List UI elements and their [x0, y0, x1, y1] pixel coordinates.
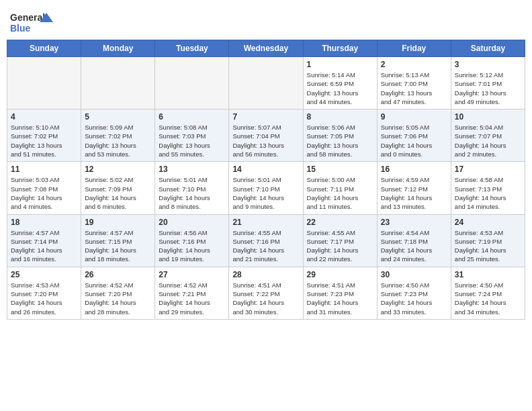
svg-text:General: General: [10, 12, 45, 23]
day-info: Sunrise: 5:14 AM Sunset: 6:59 PM Dayligh…: [307, 71, 373, 106]
day-header-sunday: Sunday: [7, 40, 81, 57]
day-number: 20: [159, 218, 225, 227]
day-info: Sunrise: 4:51 AM Sunset: 7:22 PM Dayligh…: [232, 281, 299, 316]
day-info: Sunrise: 5:04 AM Sunset: 7:07 PM Dayligh…: [455, 123, 521, 158]
day-info: Sunrise: 5:01 AM Sunset: 7:10 PM Dayligh…: [232, 175, 299, 211]
day-info: Sunrise: 4:53 AM Sunset: 7:19 PM Dayligh…: [455, 228, 521, 264]
day-number: 8: [307, 112, 373, 122]
day-info: Sunrise: 5:06 AM Sunset: 7:05 PM Dayligh…: [307, 123, 373, 158]
day-number: 18: [11, 218, 77, 227]
calendar-cell: 7Sunrise: 5:07 AM Sunset: 7:04 PM Daylig…: [229, 109, 303, 162]
day-info: Sunrise: 4:52 AM Sunset: 7:21 PM Dayligh…: [159, 281, 225, 316]
day-info: Sunrise: 5:13 AM Sunset: 7:00 PM Dayligh…: [381, 71, 447, 106]
calendar-cell: 10Sunrise: 5:04 AM Sunset: 7:07 PM Dayli…: [451, 109, 525, 162]
day-header-wednesday: Wednesday: [229, 40, 303, 57]
day-info: Sunrise: 4:57 AM Sunset: 7:15 PM Dayligh…: [85, 228, 151, 264]
day-header-tuesday: Tuesday: [155, 40, 229, 57]
day-number: 13: [159, 165, 225, 174]
day-number: 6: [159, 112, 225, 122]
day-header-friday: Friday: [377, 40, 451, 57]
day-number: 17: [455, 165, 521, 174]
calendar-cell: 12Sunrise: 5:02 AM Sunset: 7:09 PM Dayli…: [81, 162, 155, 214]
calendar-cell: 27Sunrise: 4:52 AM Sunset: 7:21 PM Dayli…: [155, 267, 229, 319]
day-info: Sunrise: 5:05 AM Sunset: 7:06 PM Dayligh…: [381, 123, 447, 158]
calendar-cell: 8Sunrise: 5:06 AM Sunset: 7:05 PM Daylig…: [303, 109, 377, 162]
day-info: Sunrise: 5:01 AM Sunset: 7:10 PM Dayligh…: [159, 175, 225, 211]
page-header: GeneralBlue: [7, 7, 525, 34]
calendar-cell: 26Sunrise: 4:52 AM Sunset: 7:20 PM Dayli…: [81, 267, 155, 319]
calendar-cell: 28Sunrise: 4:51 AM Sunset: 7:22 PM Dayli…: [229, 267, 303, 319]
calendar-cell: 20Sunrise: 4:56 AM Sunset: 7:16 PM Dayli…: [155, 214, 229, 267]
calendar-cell: 13Sunrise: 5:01 AM Sunset: 7:10 PM Dayli…: [155, 162, 229, 214]
day-info: Sunrise: 4:58 AM Sunset: 7:13 PM Dayligh…: [455, 175, 521, 211]
day-number: 1: [307, 60, 373, 69]
day-number: 25: [11, 270, 77, 279]
day-info: Sunrise: 4:57 AM Sunset: 7:14 PM Dayligh…: [11, 228, 77, 264]
day-info: Sunrise: 5:10 AM Sunset: 7:02 PM Dayligh…: [11, 123, 77, 158]
calendar-cell: 14Sunrise: 5:01 AM Sunset: 7:10 PM Dayli…: [229, 162, 303, 214]
calendar-cell: 2Sunrise: 5:13 AM Sunset: 7:00 PM Daylig…: [377, 57, 451, 109]
day-number: 3: [455, 60, 521, 69]
calendar-cell: [229, 57, 303, 109]
calendar-table: SundayMondayTuesdayWednesdayThursdayFrid…: [7, 40, 525, 320]
day-info: Sunrise: 5:03 AM Sunset: 7:08 PM Dayligh…: [11, 175, 77, 211]
calendar-cell: 29Sunrise: 4:51 AM Sunset: 7:23 PM Dayli…: [303, 267, 377, 319]
day-number: 15: [307, 165, 373, 174]
calendar-cell: 15Sunrise: 5:00 AM Sunset: 7:11 PM Dayli…: [303, 162, 377, 214]
day-number: 4: [11, 112, 77, 122]
day-info: Sunrise: 5:00 AM Sunset: 7:11 PM Dayligh…: [307, 175, 373, 211]
day-number: 26: [85, 270, 151, 279]
calendar-cell: 31Sunrise: 4:50 AM Sunset: 7:24 PM Dayli…: [451, 267, 525, 319]
day-number: 23: [381, 218, 447, 227]
day-number: 30: [381, 270, 447, 279]
calendar-cell: 21Sunrise: 4:55 AM Sunset: 7:16 PM Dayli…: [229, 214, 303, 267]
day-info: Sunrise: 4:56 AM Sunset: 7:16 PM Dayligh…: [159, 228, 225, 264]
day-info: Sunrise: 4:50 AM Sunset: 7:23 PM Dayligh…: [381, 281, 447, 316]
day-info: Sunrise: 4:54 AM Sunset: 7:18 PM Dayligh…: [381, 228, 447, 264]
day-info: Sunrise: 4:55 AM Sunset: 7:17 PM Dayligh…: [307, 228, 373, 264]
day-info: Sunrise: 4:52 AM Sunset: 7:20 PM Dayligh…: [85, 281, 151, 316]
calendar-cell: [7, 57, 81, 109]
calendar-cell: 22Sunrise: 4:55 AM Sunset: 7:17 PM Dayli…: [303, 214, 377, 267]
day-number: 28: [232, 270, 299, 279]
day-number: 29: [307, 270, 373, 279]
day-number: 16: [381, 165, 447, 174]
day-info: Sunrise: 4:59 AM Sunset: 7:12 PM Dayligh…: [381, 175, 447, 211]
calendar-cell: 3Sunrise: 5:12 AM Sunset: 7:01 PM Daylig…: [451, 57, 525, 109]
day-number: 21: [232, 218, 299, 227]
day-number: 24: [455, 218, 521, 227]
day-number: 19: [85, 218, 151, 227]
day-number: 5: [85, 112, 151, 122]
day-number: 31: [455, 270, 521, 279]
day-info: Sunrise: 4:50 AM Sunset: 7:24 PM Dayligh…: [455, 281, 521, 316]
week-row-2: 4Sunrise: 5:10 AM Sunset: 7:02 PM Daylig…: [7, 109, 525, 162]
calendar-cell: 19Sunrise: 4:57 AM Sunset: 7:15 PM Dayli…: [81, 214, 155, 267]
day-number: 22: [307, 218, 373, 227]
day-header-monday: Monday: [81, 40, 155, 57]
day-info: Sunrise: 4:51 AM Sunset: 7:23 PM Dayligh…: [307, 281, 373, 316]
week-row-1: 1Sunrise: 5:14 AM Sunset: 6:59 PM Daylig…: [7, 57, 525, 109]
calendar-cell: 9Sunrise: 5:05 AM Sunset: 7:06 PM Daylig…: [377, 109, 451, 162]
day-number: 27: [159, 270, 225, 279]
calendar-cell: 24Sunrise: 4:53 AM Sunset: 7:19 PM Dayli…: [451, 214, 525, 267]
calendar-cell: 6Sunrise: 5:08 AM Sunset: 7:03 PM Daylig…: [155, 109, 229, 162]
week-row-4: 18Sunrise: 4:57 AM Sunset: 7:14 PM Dayli…: [7, 214, 525, 267]
svg-text:Blue: Blue: [10, 23, 31, 34]
week-row-3: 11Sunrise: 5:03 AM Sunset: 7:08 PM Dayli…: [7, 162, 525, 214]
day-info: Sunrise: 4:53 AM Sunset: 7:20 PM Dayligh…: [11, 281, 77, 316]
calendar-cell: [81, 57, 155, 109]
calendar-cell: 17Sunrise: 4:58 AM Sunset: 7:13 PM Dayli…: [451, 162, 525, 214]
day-info: Sunrise: 5:12 AM Sunset: 7:01 PM Dayligh…: [455, 71, 521, 106]
day-number: 10: [455, 112, 521, 122]
calendar-cell: 25Sunrise: 4:53 AM Sunset: 7:20 PM Dayli…: [7, 267, 81, 319]
day-number: 11: [11, 165, 77, 174]
calendar-cell: 18Sunrise: 4:57 AM Sunset: 7:14 PM Dayli…: [7, 214, 81, 267]
calendar-cell: [155, 57, 229, 109]
calendar-cell: 23Sunrise: 4:54 AM Sunset: 7:18 PM Dayli…: [377, 214, 451, 267]
day-number: 12: [85, 165, 151, 174]
day-info: Sunrise: 5:02 AM Sunset: 7:09 PM Dayligh…: [85, 175, 151, 211]
calendar-cell: 16Sunrise: 4:59 AM Sunset: 7:12 PM Dayli…: [377, 162, 451, 214]
week-row-5: 25Sunrise: 4:53 AM Sunset: 7:20 PM Dayli…: [7, 267, 525, 319]
calendar-cell: 11Sunrise: 5:03 AM Sunset: 7:08 PM Dayli…: [7, 162, 81, 214]
day-number: 9: [381, 112, 447, 122]
